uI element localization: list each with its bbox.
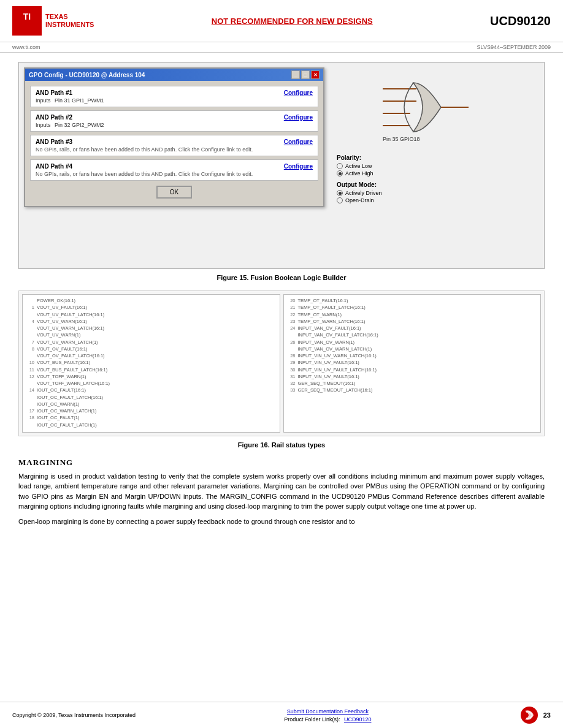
inputs-label-2: Inputs [36, 122, 51, 128]
page-number: 23 [543, 711, 551, 719]
status-text: VOUT_OV_FAULT(16:1) [37, 346, 277, 352]
configure-link-3[interactable]: Configure [284, 138, 313, 145]
list-item: 32GER_SEQ_TIMEOUT(16:1) [287, 381, 538, 387]
status-num: 32 [287, 381, 296, 387]
list-item: 31INPUT_VIN_UV_FAULT(16:1) [287, 374, 538, 380]
configure-link-4[interactable]: Configure [284, 163, 313, 170]
status-text: VOUT_BUS_FAULT(16:1) [37, 360, 277, 366]
dialog-ok-row: OK [30, 186, 318, 199]
list-item: 24INPUT_VAN_OV_FAULT(16:1) [287, 325, 538, 332]
list-item: 14IOUT_OC_FAULT(16:1) [26, 387, 277, 393]
status-num: 24 [287, 325, 296, 332]
main-content: GPO Config - UCD90120 @ Address 104 _ □ … [0, 53, 563, 540]
status-text: GER_SEQ_TIMEOUT_LATCH(16:1) [298, 387, 538, 393]
status-text: IOUT_OC_FAULT_LATCH(1) [37, 422, 277, 428]
status-text: INPUT_VIN_UV_FAULT_LATCH(16:1) [298, 367, 538, 373]
feedback-link[interactable]: Submit Documentation Feedback [287, 708, 369, 715]
list-item: 1VOUT_UV_FAULT(16:1) [26, 305, 277, 311]
status-num: 12 [26, 374, 34, 380]
figure16-caption: Figure 16. Rail status types [18, 441, 545, 449]
gate-diagram: Pin 35 GPIO18 [337, 74, 539, 148]
status-num [26, 381, 34, 387]
status-text: IOUT_OC_WARN(1) [37, 401, 277, 408]
company-name: TEXAS INSTRUMENTS [45, 13, 94, 29]
inputs-value-2: Pin 32 GPI2_PWM2 [55, 122, 104, 128]
status-num [26, 325, 34, 332]
status-text: INPUT_VAN_OV_FAULT_LATCH(16:1) [298, 332, 538, 338]
svg-text:TI: TI [23, 12, 31, 21]
maximize-button[interactable]: □ [301, 70, 310, 79]
list-item: 20TEMP_OT_FAULT(16:1) [287, 298, 538, 304]
minimize-button[interactable]: _ [291, 70, 300, 79]
status-left-column: POWER_OK(16:1)1VOUT_UV_FAULT(16:1)VOUT_U… [22, 294, 280, 433]
configure-link-1[interactable]: Configure [284, 89, 313, 96]
page-footer: Copyright © 2009, Texas Instruments Inco… [0, 702, 563, 728]
and-path-3-no-inputs: No GPIs, rails, or fans have been added … [36, 146, 313, 153]
polarity-active-low-label: Active Low [345, 163, 372, 169]
status-num: 29 [287, 360, 296, 366]
output-mode-label: Output Mode: [337, 181, 539, 188]
list-item: IOUT_OC_WARN(1) [26, 401, 277, 408]
inputs-value-1: Pin 31 GPI1_PWM1 [55, 97, 104, 104]
product-link[interactable]: UCD90120 [344, 716, 372, 722]
list-item: 7VOUT_UV_WARN_LATCH(1) [26, 339, 277, 346]
and-path-1-label: AND Path #1 [36, 89, 72, 96]
status-num: 28 [287, 353, 296, 359]
polarity-label: Polarity: [337, 154, 539, 161]
output-open-drain-label: Open-Drain [345, 197, 374, 203]
right-panel: Pin 35 GPIO18 Polarity: Active Low Activ… [324, 67, 539, 208]
list-item: 29INPUT_VIN_UV_FAULT(16:1) [287, 360, 538, 366]
status-num: 11 [26, 367, 34, 373]
status-num: 22 [287, 312, 296, 318]
not-recommended-banner: NOT RECOMMENDED FOR NEW DESIGNS [94, 17, 490, 26]
ti-logo: TI TEXAS INSTRUMENTS [12, 6, 94, 36]
close-button[interactable]: ✕ [311, 70, 320, 79]
footer-right: 23 [520, 706, 551, 724]
status-num [26, 395, 34, 401]
list-item: VOUT_UV_WARN_LATCH(16:1) [26, 325, 277, 332]
status-text: VOUT_TOFF_WARN(1) [37, 374, 277, 380]
document-id: UCD90120 [490, 14, 551, 28]
list-item: 21TEMP_OT_FAULT_LATCH(16:1) [287, 305, 538, 311]
and-path-2-inputs: Inputs Pin 32 GPI2_PWM2 [36, 122, 313, 128]
footer-center: Submit Documentation Feedback Product Fo… [284, 708, 371, 722]
list-item: 18IOUT_OC_FAULT(1) [26, 415, 277, 421]
status-text: TEMP_OT_WARN(1) [298, 312, 538, 318]
and-path-3: AND Path #3 Configure No GPIs, rails, or… [30, 135, 318, 156]
radio-active-low-icon [337, 163, 343, 169]
status-text: VOUT_TOFF_WARN_LATCH(16:1) [37, 381, 277, 387]
output-open-drain[interactable]: Open-Drain [337, 197, 539, 203]
status-num: 21 [287, 305, 296, 311]
list-item: VOUT_UV_WARN(1) [26, 332, 277, 338]
list-item: VOUT_OV_FAULT_LATCH(16:1) [26, 353, 277, 359]
ti-logo-icon: TI [12, 6, 42, 36]
status-text: INPUT_VIN_UV_FAULT(16:1) [298, 374, 538, 380]
status-text: VOUT_UV_WARN_LATCH(16:1) [37, 325, 277, 332]
output-actively-driven[interactable]: Actively Driven [337, 190, 539, 196]
status-text: IOUT_OC_FAULT_LATCH(16:1) [37, 395, 277, 401]
and-path-1-inputs: Inputs Pin 31 GPI1_PWM1 [36, 97, 313, 104]
status-num [26, 401, 34, 408]
dialog-title-buttons: _ □ ✕ [291, 70, 320, 79]
sub-header: www.ti.com SLVS944–SEPTEMBER 2009 [0, 42, 563, 53]
list-item: 28INPUT_VIN_UV_WARN_LATCH(16:1) [287, 353, 538, 359]
status-num: 10 [26, 360, 34, 366]
and-path-4-header: AND Path #4 Configure [36, 163, 313, 170]
status-text: INPUT_VAN_OV_WARN(1) [298, 339, 538, 346]
list-item: INPUT_VAN_OV_FAULT_LATCH(16:1) [287, 332, 538, 338]
status-num: 8 [26, 346, 34, 352]
polarity-active-low[interactable]: Active Low [337, 163, 539, 169]
polarity-active-high-label: Active High [345, 170, 373, 176]
status-num: 31 [287, 374, 296, 380]
status-text: GER_SEQ_TIMEOUT(16:1) [298, 381, 538, 387]
configure-link-2[interactable]: Configure [284, 114, 313, 121]
status-right-column: 20TEMP_OT_FAULT(16:1)21TEMP_OT_FAULT_LAT… [283, 294, 542, 433]
list-item: VOUT_TOFF_WARN_LATCH(16:1) [26, 381, 277, 387]
ok-button[interactable]: OK [156, 186, 192, 199]
polarity-section: Polarity: Active Low Active High [337, 154, 539, 176]
radio-open-drain-icon [337, 197, 343, 203]
margining-paragraph1: Margining is used in product validation … [18, 471, 545, 512]
status-num: 33 [287, 387, 296, 393]
status-num: 7 [26, 339, 34, 346]
polarity-active-high[interactable]: Active High [337, 170, 539, 176]
